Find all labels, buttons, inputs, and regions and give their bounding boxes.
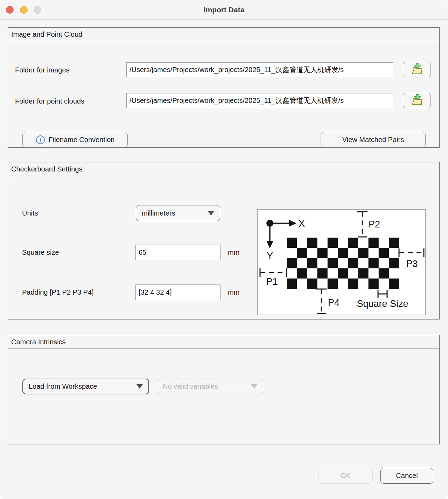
chevron-down-icon [208,211,214,216]
x-axis-arrow [289,220,296,227]
square-size-unit: mm [228,248,239,256]
window-title: Import Data [0,0,448,19]
import-data-dialog: Import Data Image and Point Cloud Folder… [0,0,448,499]
square-size-label: Square size [22,248,59,256]
cancel-button[interactable]: Cancel [380,468,433,484]
filename-convention-label: Filename Convention [49,136,115,144]
y-axis-label: Y [267,251,273,261]
open-folder-import-icon [410,94,424,107]
svg-text:i: i [40,136,41,143]
browse-pointclouds-button[interactable] [403,93,431,108]
checkerboard-diagram: X Y P1 P2 [257,209,426,315]
checkerboard-settings-title: Checkerboard Settings [8,162,439,176]
intrinsics-variables-value: No valid variables [163,382,218,391]
title-bar: Import Data [0,0,448,20]
intrinsics-source-value: Load from Workspace [29,382,97,391]
image-point-cloud-group: Image and Point Cloud Folder for images … [8,27,440,148]
padding-input[interactable] [135,284,220,300]
minimize-window-button[interactable] [20,6,28,14]
view-matched-pairs-button[interactable]: View Matched Pairs [321,132,426,147]
info-icon: i [36,135,45,145]
units-label: Units [22,209,38,217]
square-size-input[interactable] [135,245,220,260]
padding-label: Padding [P1 P2 P3 P4] [22,288,94,296]
checkerboard-settings-group: Checkerboard Settings Units millimeters … [8,162,440,319]
p1-label: P1 [266,276,278,287]
cancel-button-label: Cancel [396,472,418,480]
p3-label: P3 [406,259,418,269]
units-dropdown[interactable]: millimeters [136,205,220,221]
intrinsics-source-dropdown[interactable]: Load from Workspace [22,379,149,394]
open-folder-import-icon [410,63,424,77]
close-window-button[interactable] [6,6,14,14]
camera-intrinsics-title: Camera Intrinsics [8,335,439,349]
ok-button-label: OK [341,472,351,480]
image-point-cloud-title: Image and Point Cloud [8,28,439,41]
chevron-down-icon [251,384,257,389]
browse-images-button[interactable] [403,62,431,77]
y-axis-arrow [266,241,273,248]
chevron-down-icon [136,384,143,389]
zoom-window-button-disabled [34,6,41,14]
folder-pointclouds-label: Folder for point clouds [15,97,84,105]
padding-unit: mm [228,288,239,296]
camera-intrinsics-group: Camera Intrinsics Load from Workspace No… [8,335,440,444]
units-dropdown-value: millimeters [142,209,175,217]
folder-images-label: Folder for images [15,66,70,74]
p2-label: P2 [369,219,380,230]
x-axis-label: X [299,218,305,229]
intrinsics-variables-dropdown: No valid variables [157,379,263,394]
square-size-diagram-label: Square Size [357,298,408,309]
filename-convention-button[interactable]: i Filename Convention [22,132,128,147]
folder-pointclouds-input[interactable] [126,93,393,108]
view-matched-pairs-label: View Matched Pairs [342,136,404,144]
ok-button[interactable]: OK [318,468,373,484]
folder-images-input[interactable] [126,62,393,77]
p4-label: P4 [328,297,340,308]
checkerboard-squares [287,238,399,289]
